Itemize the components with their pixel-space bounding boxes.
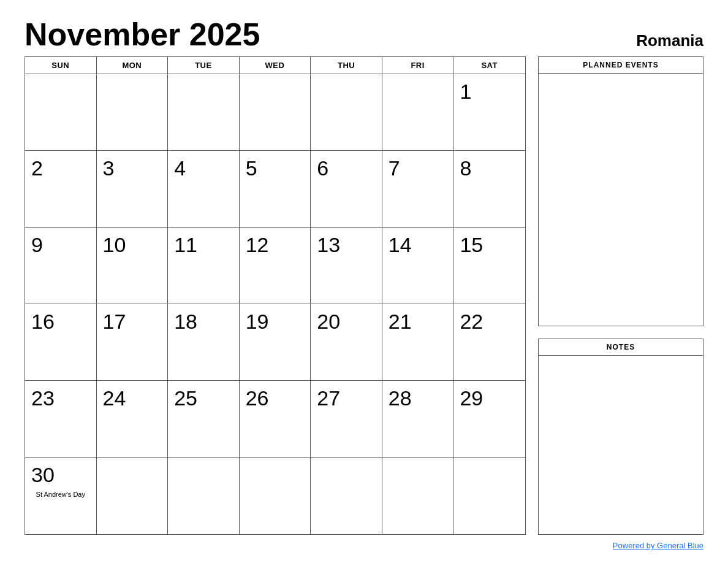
calendar-cell: 28 — [382, 381, 454, 458]
calendar-cell: 23 — [25, 381, 97, 458]
cell-day-number: 18 — [174, 309, 233, 334]
cell-day-number: 2 — [31, 156, 90, 181]
header: November 2025 Romania — [25, 18, 703, 50]
cell-day-number: 25 — [174, 386, 233, 411]
calendar-cell: 17 — [97, 304, 169, 381]
cell-day-number: 23 — [31, 386, 90, 411]
planned-events-header: PLANNED EVENTS — [539, 57, 703, 74]
cell-day-number: 9 — [31, 232, 90, 258]
cell-day-number: 26 — [246, 386, 305, 411]
planned-events-body — [539, 74, 703, 326]
cell-day-number: 6 — [317, 156, 376, 181]
calendar-cell: 16 — [25, 304, 97, 381]
cell-day-number: 4 — [174, 156, 233, 181]
calendar-cell: 9 — [25, 228, 97, 304]
cell-day-number: 10 — [103, 232, 162, 258]
notes-header: NOTES — [539, 339, 703, 356]
footer: Powered by General Blue — [25, 540, 703, 551]
calendar-cell: 29 — [453, 381, 525, 458]
calendar-cell — [240, 74, 311, 151]
cell-day-number: 30 — [31, 462, 90, 488]
cell-day-number: 5 — [246, 156, 305, 181]
calendar-cell — [97, 458, 169, 534]
calendar-cell — [453, 458, 525, 534]
calendar-cell: 5 — [240, 151, 311, 228]
cell-day-number: 16 — [31, 309, 90, 334]
cell-day-number: 15 — [460, 232, 519, 258]
cell-day-number: 28 — [389, 386, 447, 411]
month-title: November 2025 — [25, 18, 260, 50]
cell-day-number: 14 — [389, 232, 447, 258]
cell-day-number: 8 — [460, 156, 519, 181]
day-header-tue: TUE — [168, 57, 240, 74]
calendar-cell — [25, 74, 97, 151]
cell-day-number: 7 — [389, 156, 447, 181]
calendar-cell: 13 — [311, 228, 382, 304]
calendar-cell: 30St Andrew's Day — [25, 458, 97, 534]
cell-day-number: 24 — [103, 386, 162, 411]
calendar-cell: 1 — [453, 74, 525, 151]
country-title: Romania — [636, 31, 703, 50]
cell-day-number: 29 — [460, 386, 519, 411]
calendar-cell: 7 — [382, 151, 454, 228]
calendar-cell: 22 — [453, 304, 525, 381]
cell-day-number: 19 — [246, 309, 305, 334]
calendar-cell — [240, 458, 311, 534]
day-header-wed: WED — [240, 57, 311, 74]
day-header-mon: MON — [97, 57, 169, 74]
cell-day-number: 13 — [317, 232, 376, 258]
calendar-cell: 6 — [311, 151, 382, 228]
calendar-cell: 24 — [97, 381, 169, 458]
cell-day-number: 27 — [317, 386, 376, 411]
cell-day-number: 22 — [460, 309, 519, 334]
calendar-cell — [382, 458, 454, 534]
calendar-cell — [168, 458, 240, 534]
cell-day-number: 3 — [103, 156, 162, 181]
calendar-cell: 20 — [311, 304, 382, 381]
calendar-cell: 27 — [311, 381, 382, 458]
cell-holiday-label: St Andrew's Day — [31, 490, 90, 499]
calendar-cell: 2 — [25, 151, 97, 228]
calendar-cell: 3 — [97, 151, 169, 228]
day-header-sat: SAT — [453, 57, 525, 74]
powered-by-link[interactable]: Powered by General Blue — [613, 541, 703, 550]
calendar-cell: 4 — [168, 151, 240, 228]
cell-day-number: 20 — [317, 309, 376, 334]
days-header: SUNMONTUEWEDTHUFRISAT — [25, 57, 525, 74]
calendar-cell: 14 — [382, 228, 454, 304]
calendar-cell — [311, 458, 382, 534]
cell-day-number: 21 — [389, 309, 447, 334]
calendar-cell: 12 — [240, 228, 311, 304]
planned-events-section: PLANNED EVENTS — [538, 56, 703, 326]
calendar-grid: 1234567891011121314151617181920212223242… — [25, 74, 525, 534]
cell-day-number: 12 — [246, 232, 305, 258]
calendar-cell: 21 — [382, 304, 454, 381]
calendar-cell: 25 — [168, 381, 240, 458]
calendar-cell — [382, 74, 454, 151]
calendar-cell — [168, 74, 240, 151]
calendar-cell: 15 — [453, 228, 525, 304]
cell-day-number: 1 — [460, 79, 519, 104]
calendar-cell: 8 — [453, 151, 525, 228]
calendar-cell: 19 — [240, 304, 311, 381]
page-container: November 2025 Romania SUNMONTUEWEDTHUFRI… — [25, 18, 703, 551]
calendar-cell — [311, 74, 382, 151]
main-content: SUNMONTUEWEDTHUFRISAT 123456789101112131… — [25, 56, 703, 535]
calendar-cell: 10 — [97, 228, 169, 304]
calendar-cell: 26 — [240, 381, 311, 458]
calendar-section: SUNMONTUEWEDTHUFRISAT 123456789101112131… — [25, 56, 526, 535]
calendar-cell — [97, 74, 169, 151]
calendar-cell: 18 — [168, 304, 240, 381]
day-header-fri: FRI — [382, 57, 454, 74]
notes-body — [539, 356, 703, 534]
notes-section: NOTES — [538, 339, 703, 535]
day-header-thu: THU — [311, 57, 382, 74]
sidebar: PLANNED EVENTS NOTES — [538, 56, 703, 535]
cell-day-number: 17 — [103, 309, 162, 334]
calendar-cell: 11 — [168, 228, 240, 304]
cell-day-number: 11 — [174, 232, 233, 258]
day-header-sun: SUN — [25, 57, 97, 74]
